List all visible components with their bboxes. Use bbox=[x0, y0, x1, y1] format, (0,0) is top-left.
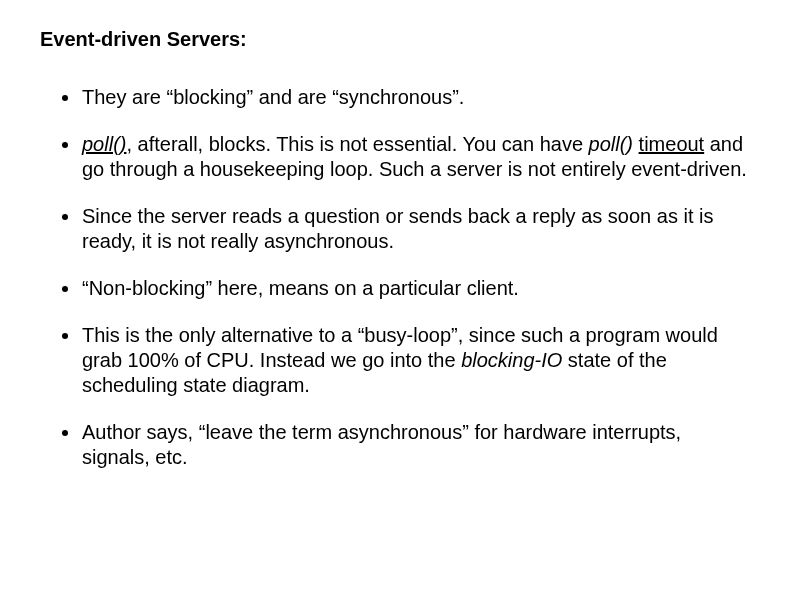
bullet-text: They are “blocking” and are “synchronous… bbox=[82, 86, 464, 108]
bullet-item: poll(), afterall, blocks. This is not es… bbox=[62, 132, 748, 182]
bullet-text-italic: blocking-IO bbox=[461, 349, 562, 371]
bullet-item: This is the only alternative to a “busy-… bbox=[62, 323, 748, 398]
bullet-text-italic: poll() bbox=[589, 133, 633, 155]
bullet-item: Author says, “leave the term asynchronou… bbox=[62, 420, 748, 470]
bullet-text: Author says, “leave the term asynchronou… bbox=[82, 421, 681, 468]
bullet-text: “Non-blocking” here, means on a particul… bbox=[82, 277, 519, 299]
bullet-item: Since the server reads a question or sen… bbox=[62, 204, 748, 254]
slide-title: Event-driven Servers: bbox=[40, 28, 754, 51]
bullet-text-italic-underline: poll() bbox=[82, 133, 126, 155]
bullet-item: “Non-blocking” here, means on a particul… bbox=[62, 276, 748, 301]
bullet-list: They are “blocking” and are “synchronous… bbox=[40, 85, 754, 470]
bullet-item: They are “blocking” and are “synchronous… bbox=[62, 85, 748, 110]
bullet-text: , afterall, blocks. This is not essentia… bbox=[126, 133, 588, 155]
bullet-text-underline: timeout bbox=[639, 133, 705, 155]
slide-page: Event-driven Servers: They are “blocking… bbox=[0, 0, 794, 470]
bullet-text: Since the server reads a question or sen… bbox=[82, 205, 713, 252]
